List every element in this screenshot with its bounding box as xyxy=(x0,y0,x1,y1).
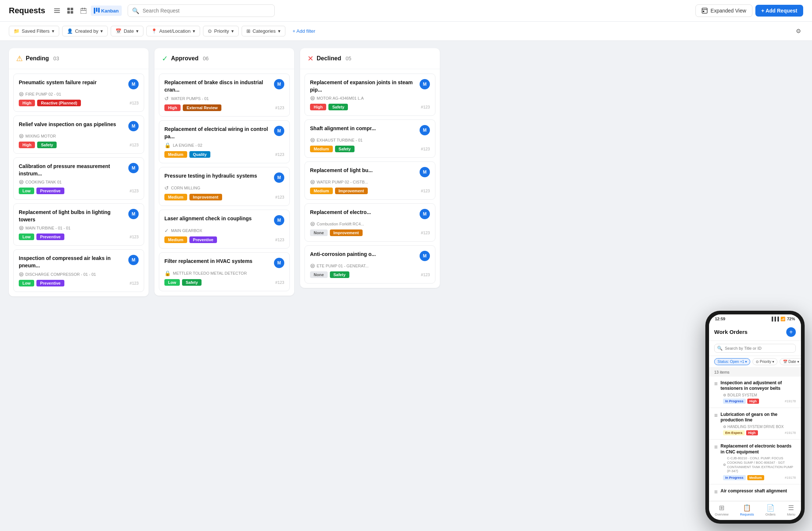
tag-quality: Quality xyxy=(189,151,210,158)
tag-preventive: Preventive xyxy=(36,234,64,240)
kanban-card[interactable]: Inspection of compressed air leaks in pn… xyxy=(13,249,144,292)
card-id: #123 xyxy=(130,235,139,239)
card-id: #123 xyxy=(421,105,430,109)
date-filter-button[interactable]: 📅 Date ▾ xyxy=(111,26,143,36)
categories-filter-button[interactable]: ⊞ Categories ▾ xyxy=(242,26,285,36)
tag-none: None xyxy=(310,271,328,278)
svg-rect-4 xyxy=(71,8,73,10)
kanban-card[interactable]: Shaft alignment in compr... M EXHAUST TU… xyxy=(304,120,435,158)
card-id: #123 xyxy=(130,101,139,105)
card-title: Replacement of light bu... xyxy=(310,167,420,174)
list-view-btn[interactable] xyxy=(51,6,63,16)
tag-high: High xyxy=(19,100,35,106)
kanban-card[interactable]: Pressure testing in hydraulic systems M … xyxy=(159,167,290,206)
card-footer: LowPreventive #123 xyxy=(19,188,139,194)
avatar: M xyxy=(420,125,430,135)
search-bar: 🔍 xyxy=(128,4,275,17)
chevron-down-icon: ▾ xyxy=(231,28,234,34)
card-header: Replacement of light bulbs in lighting t… xyxy=(19,209,139,223)
card-asset: COOKING TANK 01 xyxy=(19,179,139,185)
svg-point-26 xyxy=(21,274,22,275)
tag-safety: Safety xyxy=(330,271,349,278)
kanban-card[interactable]: Replacement of electro... M Combustion F… xyxy=(304,203,435,242)
kanban-view-btn[interactable]: Kanban xyxy=(91,6,122,16)
kanban-card[interactable]: Replacement of brake discs in industrial… xyxy=(159,74,290,117)
add-request-label: + Add Request xyxy=(761,8,797,14)
card-title: Filter replacement in HVAC systems xyxy=(164,258,274,265)
avatar: M xyxy=(420,167,430,177)
created-by-filter-button[interactable]: 👤 Created by ▾ xyxy=(62,26,108,36)
card-footer: NoneImprovement #123 xyxy=(310,229,430,236)
asset-icon xyxy=(19,92,24,97)
avatar: M xyxy=(128,121,139,131)
card-asset: MOTOR AG-4346M01 L.A xyxy=(310,96,430,101)
asset-location-filter-button[interactable]: 📍 Asset/Location ▾ xyxy=(146,26,200,36)
column-body: Pneumatic system failure repair M FIRE P… xyxy=(9,69,149,296)
card-title: Inspection of compressed air leaks in pn… xyxy=(19,255,128,269)
card-asset: MIXING MOTOR xyxy=(19,133,139,139)
expanded-view-button[interactable]: Expanded View xyxy=(695,4,752,17)
kanban-card[interactable]: Replacement of expansion joints in steam… xyxy=(304,74,435,116)
svg-rect-6 xyxy=(71,11,73,14)
tag-preventive: Preventive xyxy=(36,188,64,194)
tag-preventive: Preventive xyxy=(189,236,217,243)
card-footer: NoneSafety #123 xyxy=(310,271,430,278)
expanded-view-label: Expanded View xyxy=(710,8,746,14)
svg-point-28 xyxy=(312,97,313,99)
asset-icon xyxy=(19,225,24,231)
card-footer: MediumQuality #123 xyxy=(164,151,284,158)
card-status-icon: ↺ xyxy=(164,185,169,191)
card-header: Replacement of light bu... M xyxy=(310,167,430,177)
kanban-card[interactable]: Filter replacement in HVAC systems M 🔒 M… xyxy=(159,252,290,291)
kanban-card[interactable]: Laser alignment check in couplings M ✓ M… xyxy=(159,210,290,249)
card-id: #123 xyxy=(275,238,284,242)
tag-safety: Safety xyxy=(328,104,348,110)
kanban-card[interactable]: Pneumatic system failure repair M FIRE P… xyxy=(13,74,144,112)
column-body: Replacement of brake discs in industrial… xyxy=(154,69,294,296)
svg-point-29 xyxy=(311,138,314,142)
card-asset: MAIN TURBINE - 01 - 01 xyxy=(19,225,139,231)
search-input[interactable] xyxy=(128,4,275,17)
calendar-view-btn[interactable] xyxy=(78,6,89,16)
card-footer: LowPreventive #123 xyxy=(19,280,139,286)
add-request-button[interactable]: + Add Request xyxy=(755,5,803,17)
kanban-card[interactable]: Replacement of electrical wiring in cont… xyxy=(159,120,290,163)
card-id: #123 xyxy=(275,280,284,285)
tag-high: High xyxy=(19,142,35,148)
settings-icon[interactable]: ⚙ xyxy=(794,25,803,37)
avatar: M xyxy=(420,251,430,261)
tag-safety: Safety xyxy=(335,146,355,152)
svg-point-23 xyxy=(19,226,23,230)
grid-view-btn[interactable] xyxy=(64,6,76,16)
kanban-card[interactable]: Relief valve inspection on gas pipelines… xyxy=(13,115,144,154)
avatar: M xyxy=(128,209,139,219)
kanban-card[interactable]: Replacement of light bu... M WATER PUMP … xyxy=(304,161,435,200)
card-title: Calibration of pressure measurement inst… xyxy=(19,163,128,177)
svg-point-21 xyxy=(19,180,23,184)
kanban-card[interactable]: Anti-corrosion painting o... M ETE PUMP … xyxy=(304,245,435,284)
approved-icon: ✓ xyxy=(162,54,168,63)
card-tags: HighSafety xyxy=(19,142,57,148)
kanban-card[interactable]: Replacement of light bulbs in lighting t… xyxy=(13,203,144,246)
svg-point-30 xyxy=(312,139,313,141)
card-header: Replacement of brake discs in industrial… xyxy=(164,79,284,93)
asset-icon xyxy=(19,133,24,139)
card-header: Pneumatic system failure repair M xyxy=(19,79,139,89)
column-header: ✕ Declined 05 xyxy=(300,48,440,69)
column-pending: ⚠ Pending 03 Pneumatic system failure re… xyxy=(9,48,149,296)
chevron-down-icon: ▾ xyxy=(193,28,195,34)
priority-icon: ⊙ xyxy=(208,28,212,34)
priority-filter-button[interactable]: ⊙ Priority ▾ xyxy=(203,26,238,36)
card-tags: HighExternal Review xyxy=(164,104,221,111)
svg-point-19 xyxy=(19,134,23,138)
tag-low: Low xyxy=(19,188,34,194)
add-filter-button[interactable]: + Add filter xyxy=(288,26,320,36)
tag-low: Low xyxy=(19,234,34,240)
kanban-card[interactable]: Calibration of pressure measurement inst… xyxy=(13,157,144,200)
saved-filters-button[interactable]: 📁 Saved Filters ▾ xyxy=(9,26,59,36)
card-asset: EXHAUST TURBINE - 01 xyxy=(310,138,430,143)
card-title: Replacement of light bulbs in lighting t… xyxy=(19,209,128,223)
card-tags: MediumImprovement xyxy=(310,188,368,194)
header-actions: Expanded View + Add Request xyxy=(695,4,803,17)
svg-rect-0 xyxy=(54,8,60,9)
